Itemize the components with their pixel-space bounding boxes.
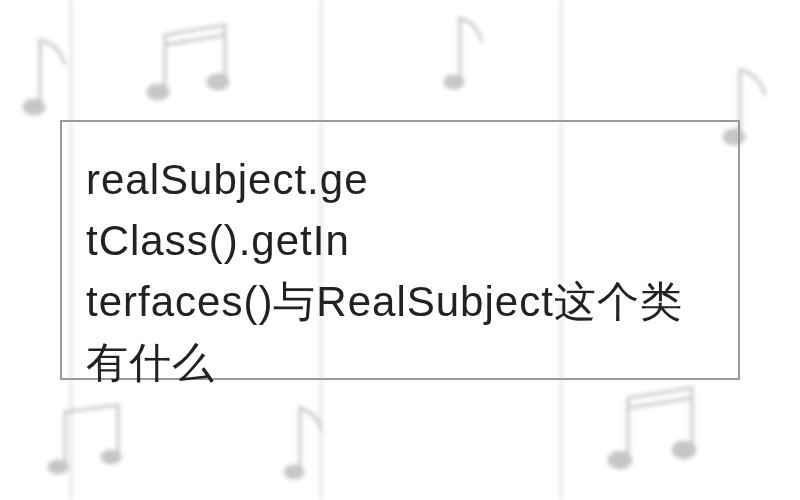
text-box: realSubject.ge tClass().getIn terfaces()… [60,120,740,380]
svg-point-6 [673,442,695,458]
svg-point-5 [609,452,631,468]
eighth-note-icon [280,400,335,485]
beamed-notes-icon [40,400,140,485]
eighth-note-icon [440,10,495,95]
text-line-2: tClass().getIn [86,217,350,264]
beamed-notes-icon [600,380,720,480]
svg-point-9 [102,451,120,463]
svg-point-8 [49,461,67,473]
text-line-1: realSubject.ge [86,156,369,203]
svg-point-0 [24,100,44,114]
text-line-3: terfaces()与RealSubject这个类有什么 [86,278,683,386]
beamed-notes-icon [140,20,250,110]
svg-point-1 [148,85,168,99]
question-text: realSubject.ge tClass().getIn terfaces()… [86,150,714,394]
eighth-note-icon [20,30,80,120]
svg-point-2 [208,75,228,89]
svg-point-3 [285,466,303,478]
svg-point-4 [445,76,463,88]
